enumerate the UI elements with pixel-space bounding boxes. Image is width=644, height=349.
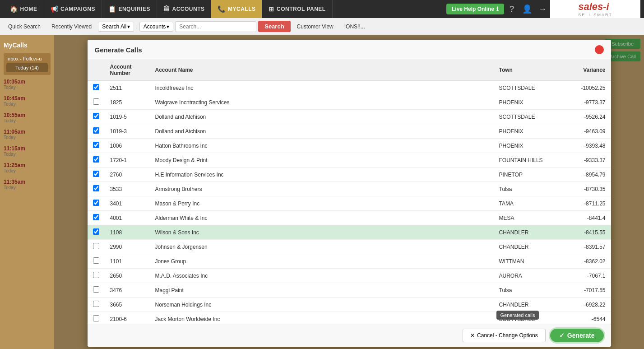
modal-overlay: Generate Calls Account Number Account Na…: [54, 35, 644, 349]
row-checkbox[interactable]: [93, 315, 99, 321]
accounts-label: Accounts: [144, 23, 166, 30]
town-cell: AURORA: [494, 269, 557, 283]
row-checkbox-cell: [88, 312, 105, 324]
top-nav: 🏠 HOME 📢 CAMPAIGNS 📋 ENQUIRIES 🏛 ACCOUNT…: [0, 0, 644, 18]
row-checkbox[interactable]: [93, 200, 99, 206]
row-checkbox-cell: [88, 211, 105, 225]
row-checkbox-cell: [88, 124, 105, 139]
nav-accounts[interactable]: 🏛 ACCOUNTS: [157, 0, 212, 18]
town-cell: Tulsa: [494, 283, 557, 298]
row-checkbox[interactable]: [93, 228, 99, 235]
nav-enquiries[interactable]: 📋 ENQUIRIES: [102, 0, 157, 18]
account-number-cell: 4001: [105, 211, 150, 225]
table-row: 1019-3 Dolland and Atchison PHOENIX -946…: [88, 124, 611, 139]
table-body: 2511 Incoldfreeze Inc SCOTTSDALE -10052.…: [88, 80, 611, 324]
table-row: 2760 H.E Information Services Inc PINETO…: [88, 168, 611, 182]
search-all-dropdown[interactable]: Search All ▾: [98, 22, 134, 32]
user-icon-btn[interactable]: 👤: [519, 1, 535, 17]
variance-cell: -7017.55: [557, 283, 611, 298]
account-name-cell: M.A.D. Associates Inc: [150, 269, 494, 283]
search-input[interactable]: [175, 21, 256, 32]
search-button[interactable]: Search: [258, 21, 290, 32]
info-icon: ℹ: [496, 6, 499, 12]
customer-view-button[interactable]: Customer View: [292, 22, 338, 32]
col-account-name: Account Name: [150, 60, 494, 80]
account-number-cell: 1019-3: [105, 124, 150, 139]
row-checkbox[interactable]: [93, 142, 99, 148]
modal-footer: Generated calls ✕ Cancel - Change Option…: [88, 324, 611, 347]
variance-cell: -9393.48: [557, 139, 611, 153]
row-checkbox[interactable]: [93, 185, 99, 191]
row-checkbox-cell: [88, 298, 105, 312]
row-checkbox[interactable]: [93, 127, 99, 134]
cancel-button[interactable]: ✕ Cancel - Change Options: [463, 329, 546, 342]
list-item: 11:15am Today: [4, 145, 51, 157]
recently-viewed-button[interactable]: Recently Viewed: [47, 22, 96, 32]
table-row: 3665 Norseman Holdings Inc CHANDLER -692…: [88, 298, 611, 312]
inbox-label: Inbox - Follow-u: [6, 56, 48, 61]
variance-cell: -9333.37: [557, 153, 611, 168]
account-name-cell: Jack Morton Worldwide Inc: [150, 312, 494, 324]
nav-campaigns[interactable]: 📢 CAMPAIGNS: [44, 0, 102, 18]
account-number-cell: 1006: [105, 139, 150, 153]
account-number-cell: 2100-6: [105, 312, 150, 324]
row-checkbox-cell: [88, 283, 105, 298]
row-checkbox[interactable]: [93, 98, 99, 105]
row-checkbox[interactable]: [93, 84, 99, 90]
town-cell: SCOTTSDALE: [494, 110, 557, 124]
row-checkbox[interactable]: [93, 171, 99, 177]
row-checkbox-cell: [88, 196, 105, 211]
nav-mycalls[interactable]: 📞 MYCALLS: [211, 0, 262, 18]
nav-mycalls-label: MYCALLS: [228, 6, 256, 12]
row-checkbox[interactable]: [93, 243, 99, 249]
town-cell: PHOENIX: [494, 139, 557, 153]
accounts-icon: 🏛: [163, 5, 170, 13]
row-checkbox[interactable]: [93, 301, 99, 307]
row-checkbox[interactable]: [93, 156, 99, 163]
variance-cell: -6544: [557, 312, 611, 324]
accounts-chevron-icon: ▾: [167, 23, 169, 30]
today-button[interactable]: Today (14): [6, 63, 48, 72]
account-number-cell: 3533: [105, 182, 150, 196]
variance-cell: -9773.37: [557, 95, 611, 110]
row-checkbox[interactable]: [93, 272, 99, 278]
help-icon-btn[interactable]: ?: [504, 1, 519, 17]
account-number-cell: 3401: [105, 196, 150, 211]
account-name-cell: Moody Design & Print: [150, 153, 494, 168]
nav-home[interactable]: 🏠 HOME: [4, 0, 44, 18]
account-number-cell: 1825: [105, 95, 150, 110]
left-panel: MyCalls Inbox - Follow-u Today (14) 10:3…: [0, 35, 54, 349]
table-row: 2511 Incoldfreeze Inc SCOTTSDALE -10052.…: [88, 80, 611, 95]
row-checkbox-cell: [88, 110, 105, 124]
actions-button[interactable]: !ONS!!...: [340, 22, 370, 32]
row-checkbox[interactable]: [93, 113, 99, 119]
generate-button[interactable]: ✓ Generate: [550, 329, 604, 342]
account-name-cell: Walgrave Incntracting Services: [150, 95, 494, 110]
list-item: 11:25am Today: [4, 162, 51, 173]
table-container[interactable]: Account Number Account Name Town Varianc…: [88, 60, 611, 324]
modal-close-button[interactable]: [595, 45, 604, 54]
table-row: 3401 Mason & Perry Inc TAMA -8711.25: [88, 196, 611, 211]
town-cell: PHOENIX: [494, 95, 557, 110]
account-name-cell: Jones Group: [150, 254, 494, 269]
accounts-dropdown[interactable]: Accounts ▾: [139, 22, 173, 32]
variance-cell: -10052.25: [557, 80, 611, 95]
quick-search-button[interactable]: Quick Search: [4, 22, 45, 32]
account-number-cell: 2760: [105, 168, 150, 182]
town-cell: PINETOP: [494, 168, 557, 182]
table-header-row: Account Number Account Name Town Varianc…: [88, 60, 611, 80]
row-checkbox[interactable]: [93, 257, 99, 264]
row-checkbox-cell: [88, 80, 105, 95]
campaigns-icon: 📢: [51, 5, 59, 13]
generate-calls-modal: Generate Calls Account Number Account Na…: [88, 40, 611, 347]
nav-controlpanel[interactable]: ⊞ CONTROL PANEL: [262, 0, 332, 18]
arrow-icon-btn[interactable]: →: [535, 1, 550, 17]
cancel-x-icon: ✕: [470, 332, 475, 339]
row-checkbox[interactable]: [93, 214, 99, 220]
modal-body: Account Number Account Name Town Varianc…: [88, 60, 611, 324]
live-help-button[interactable]: Live Help Online ℹ: [446, 4, 504, 14]
account-number-cell: 3476: [105, 283, 150, 298]
row-checkbox[interactable]: [93, 286, 99, 293]
account-name-cell: Hatton Bathrooms Inc: [150, 139, 494, 153]
account-number-cell: 1720-1: [105, 153, 150, 168]
